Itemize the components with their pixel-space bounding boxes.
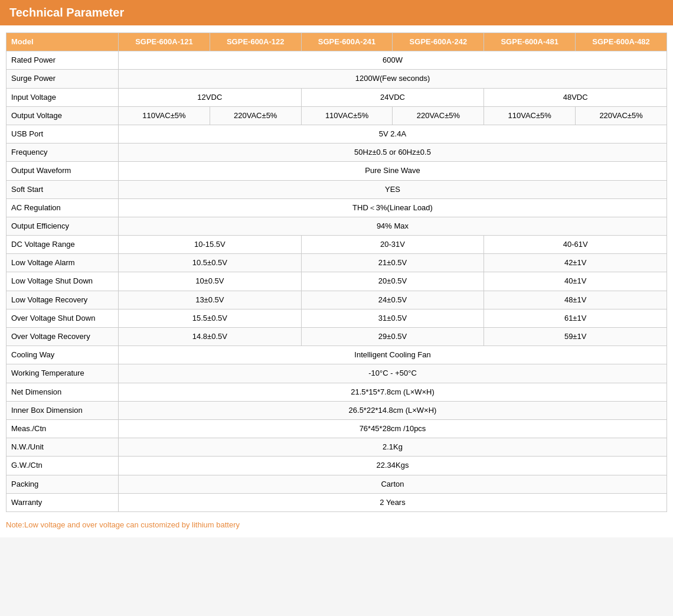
table-row: USB Port5V 2.4A: [6, 125, 667, 143]
row-value-48v: 42±1V: [484, 254, 667, 272]
table-row: Soft StartYES: [6, 180, 667, 198]
row-value-24v: 24VDC: [301, 88, 484, 106]
table-row: Over Voltage Shut Down15.5±0.5V31±0.5V61…: [6, 309, 667, 327]
table-row: Input Voltage12VDC24VDC48VDC: [6, 88, 667, 106]
table-row: Output WaveformPure Sine Wave: [6, 162, 667, 180]
table-row: Low Voltage Shut Down10±0.5V20±0.5V40±1V: [6, 272, 667, 291]
table-row: Low Voltage Recovery13±0.5V24±0.5V48±1V: [6, 291, 667, 309]
row-value: Carton: [119, 475, 667, 493]
table-row: Output Efficiency94% Max: [6, 217, 667, 235]
row-value: Pure Sine Wave: [119, 162, 667, 180]
row-label: Low Voltage Alarm: [6, 254, 119, 272]
row-value-12v: 10±0.5V: [119, 272, 302, 291]
row-value: -10°C - +50°C: [119, 364, 667, 383]
col-242-header: SGPE-600A-242: [393, 33, 484, 51]
col-482-header: SGPE-600A-482: [576, 33, 667, 51]
table-row: Cooling WayIntelligent Cooling Fan: [6, 346, 667, 364]
row-value: 2 Years: [119, 493, 667, 511]
page: Technical Parameter Model SGPE-600A-121 …: [0, 0, 673, 537]
row-label: AC Regulation: [6, 198, 119, 217]
row-label: Over Voltage Recovery: [6, 328, 119, 346]
technical-parameter-table: Model SGPE-600A-121 SGPE-600A-122 SGPE-6…: [6, 32, 667, 512]
row-label: Working Temperature: [6, 364, 119, 383]
row-label: Soft Start: [6, 180, 119, 198]
row-value: YES: [119, 180, 667, 198]
table-row: Surge Power1200W(Few seconds): [6, 70, 667, 88]
row-label: Packing: [6, 475, 119, 493]
row-label: N.W./Unit: [6, 438, 119, 457]
row-value-24v: 24±0.5V: [301, 291, 484, 309]
row-value-12v: 14.8±0.5V: [119, 328, 302, 346]
row-label: G.W./Ctn: [6, 457, 119, 475]
row-label: Low Voltage Recovery: [6, 291, 119, 309]
row-value-24v: 29±0.5V: [301, 328, 484, 346]
col-121-header: SGPE-600A-121: [119, 33, 210, 51]
table-row: PackingCarton: [6, 475, 667, 493]
col-241-header: SGPE-600A-241: [301, 33, 393, 51]
row-label: Output Waveform: [6, 162, 119, 180]
row-value-col3: 110VAC±5%: [301, 106, 393, 125]
table-row: Low Voltage Alarm10.5±0.5V21±0.5V42±1V: [6, 254, 667, 272]
row-label: Over Voltage Shut Down: [6, 309, 119, 327]
row-value: Intelligent Cooling Fan: [119, 346, 667, 364]
table-header-row: Model SGPE-600A-121 SGPE-600A-122 SGPE-6…: [6, 33, 667, 51]
row-value-12v: 10-15.5V: [119, 236, 302, 254]
row-value-12v: 12VDC: [119, 88, 302, 106]
row-value: 26.5*22*14.8cm (L×W×H): [119, 401, 667, 419]
row-value: THD＜3%(Linear Load): [119, 198, 667, 217]
row-label: Input Voltage: [6, 88, 119, 106]
row-value: 2.1Kg: [119, 438, 667, 457]
table-row: Meas./Ctn76*45*28cm /10pcs: [6, 419, 667, 438]
row-value-24v: 20-31V: [301, 236, 484, 254]
table-row: Rated Power600W: [6, 51, 667, 70]
table-row: N.W./Unit2.1Kg: [6, 438, 667, 457]
table-row: AC RegulationTHD＜3%(Linear Load): [6, 198, 667, 217]
row-value-12v: 10.5±0.5V: [119, 254, 302, 272]
row-label: Low Voltage Shut Down: [6, 272, 119, 291]
col-122-header: SGPE-600A-122: [210, 33, 301, 51]
table-row: Inner Box Dimension26.5*22*14.8cm (L×W×H…: [6, 401, 667, 419]
row-value-24v: 20±0.5V: [301, 272, 484, 291]
row-value-12v: 15.5±0.5V: [119, 309, 302, 327]
row-value-col1: 110VAC±5%: [119, 106, 210, 125]
row-value-48v: 48±1V: [484, 291, 667, 309]
row-label: USB Port: [6, 125, 119, 143]
table-row: Frequency50Hz±0.5 or 60Hz±0.5: [6, 144, 667, 162]
col-481-header: SGPE-600A-481: [484, 33, 576, 51]
table-row: Working Temperature-10°C - +50°C: [6, 364, 667, 383]
table-container: Model SGPE-600A-121 SGPE-600A-122 SGPE-6…: [0, 25, 673, 516]
row-label: Meas./Ctn: [6, 419, 119, 438]
row-value: 94% Max: [119, 217, 667, 235]
page-title: Technical Parameter: [9, 6, 124, 19]
row-label: Output Voltage: [6, 106, 119, 125]
row-value: 76*45*28cm /10pcs: [119, 419, 667, 438]
row-label: Net Dimension: [6, 383, 119, 401]
page-header: Technical Parameter: [0, 0, 673, 25]
row-value-48v: 48VDC: [484, 88, 667, 106]
table-row: Over Voltage Recovery14.8±0.5V29±0.5V59±…: [6, 328, 667, 346]
table-row: Warranty2 Years: [6, 493, 667, 511]
row-value: 22.34Kgs: [119, 457, 667, 475]
table-row: Net Dimension21.5*15*7.8cm (L×W×H): [6, 383, 667, 401]
row-value-48v: 40±1V: [484, 272, 667, 291]
row-label: Cooling Way: [6, 346, 119, 364]
table-row: G.W./Ctn22.34Kgs: [6, 457, 667, 475]
row-value-col4: 220VAC±5%: [393, 106, 484, 125]
table-note: Note:Low voltage and over voltage can cu…: [0, 516, 673, 532]
table-row: DC Voltage Range10-15.5V20-31V40-61V: [6, 236, 667, 254]
row-value: 21.5*15*7.8cm (L×W×H): [119, 383, 667, 401]
row-value-24v: 31±0.5V: [301, 309, 484, 327]
row-label: Warranty: [6, 493, 119, 511]
row-label: Surge Power: [6, 70, 119, 88]
row-value: 5V 2.4A: [119, 125, 667, 143]
row-label: DC Voltage Range: [6, 236, 119, 254]
row-label: Inner Box Dimension: [6, 401, 119, 419]
row-value-12v: 13±0.5V: [119, 291, 302, 309]
row-label: Output Efficiency: [6, 217, 119, 235]
table-row: Output Voltage110VAC±5%220VAC±5%110VAC±5…: [6, 106, 667, 125]
row-value-24v: 21±0.5V: [301, 254, 484, 272]
row-value-col2: 220VAC±5%: [210, 106, 301, 125]
row-label: Rated Power: [6, 51, 119, 70]
row-value-col6: 220VAC±5%: [576, 106, 667, 125]
row-value: 50Hz±0.5 or 60Hz±0.5: [119, 144, 667, 162]
